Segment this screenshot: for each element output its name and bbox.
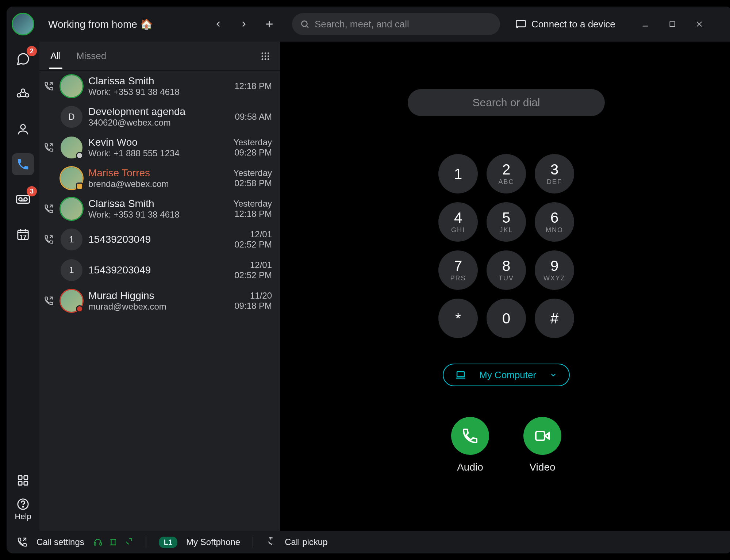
line-badge[interactable]: L1: [159, 537, 177, 548]
keypad-key-4[interactable]: 4GHI: [438, 202, 478, 242]
presence-status[interactable]: Working from home 🏠: [39, 18, 156, 30]
call-history-item[interactable]: Clarissa SmithWork: +353 91 38 461812:18…: [39, 71, 280, 101]
app-window: Working from home 🏠 Search, meet, and ca…: [7, 7, 730, 553]
keypad-key-5[interactable]: 5JKL: [487, 202, 526, 242]
svg-point-35: [268, 58, 269, 60]
connect-device-label: Connect to a device: [531, 19, 615, 30]
svg-rect-47: [100, 542, 101, 545]
keypad-key-1[interactable]: 1: [438, 154, 478, 193]
keypad-key-9[interactable]: 9WXYZ: [535, 250, 574, 290]
create-button[interactable]: [260, 15, 279, 34]
call-contact-detail: Work: +353 91 38 4618: [88, 210, 227, 220]
svg-point-33: [262, 58, 264, 60]
nav-teams[interactable]: [12, 83, 34, 105]
nav-help[interactable]: Help: [12, 498, 34, 521]
search-placeholder: Search, meet, and call: [315, 19, 409, 30]
deskphone-status-icon: [108, 537, 118, 547]
call-history-item[interactable]: Murad Higginsmurad@webex.com11/2009:18 P…: [39, 285, 280, 316]
history-nav: [209, 15, 279, 34]
call-text-block: Kevin WooWork: +1 888 555 1234: [88, 137, 227, 158]
keypad-key-0[interactable]: 0: [487, 299, 526, 338]
show-dialpad-button[interactable]: [260, 51, 270, 61]
call-direction-icon: [43, 296, 55, 306]
audio-device-select[interactable]: My Computer: [443, 364, 570, 386]
call-direction-icon: [43, 204, 55, 214]
call-list[interactable]: Clarissa SmithWork: +353 91 38 461812:18…: [39, 71, 280, 531]
contact-avatar: [61, 290, 82, 312]
nav-voicemail[interactable]: 3: [12, 188, 34, 210]
contact-avatar: [61, 75, 82, 97]
key-digit: 2: [502, 162, 510, 177]
key-digit: 0: [502, 311, 510, 326]
call-text-block: Murad Higginsmurad@webex.com: [88, 290, 228, 312]
presence-indicator: [76, 305, 83, 312]
close-button[interactable]: [691, 16, 707, 32]
dial-search-input[interactable]: Search or dial: [408, 89, 605, 116]
call-history-item[interactable]: 11543920304912/0102:52 PM: [39, 255, 280, 285]
nav-calling[interactable]: [12, 153, 34, 175]
nav-back-button[interactable]: [209, 15, 228, 34]
svg-point-9: [21, 89, 25, 93]
messaging-badge: 2: [27, 46, 37, 56]
call-timestamp: Yesterday02:58 PM: [233, 168, 272, 188]
call-timestamp: 12/0102:52 PM: [234, 260, 272, 280]
call-history-tabs: All Missed: [39, 42, 280, 71]
call-history-item[interactable]: Marise Torresbrenda@webex.comYesterday02…: [39, 163, 280, 193]
call-timestamp: 12:18 PM: [234, 81, 272, 91]
keypad-key-8[interactable]: 8TUV: [487, 250, 526, 290]
call-contact-detail: 340620@webex.com: [88, 118, 229, 128]
keypad-key-#[interactable]: #: [535, 299, 574, 338]
key-digit: 4: [454, 210, 462, 225]
call-pickup-link[interactable]: Call pickup: [285, 537, 327, 547]
audio-label: Audio: [457, 461, 483, 473]
key-letters: ABC: [498, 178, 514, 186]
svg-point-12: [21, 124, 26, 129]
nav-meetings[interactable]: 17: [12, 223, 34, 245]
connect-device-button[interactable]: Connect to a device: [515, 19, 615, 30]
svg-rect-41: [457, 372, 464, 377]
keypad-key-6[interactable]: 6MNO: [535, 202, 574, 242]
nav-forward-button[interactable]: [234, 15, 253, 34]
nav-messaging[interactable]: 2: [12, 48, 34, 70]
call-settings-link[interactable]: Call settings: [36, 537, 84, 547]
video-call-button[interactable]: Video: [523, 417, 561, 473]
cast-icon: [515, 19, 526, 30]
laptop-icon: [455, 369, 466, 380]
call-history-item[interactable]: Kevin WooWork: +1 888 555 1234Yesterday0…: [39, 132, 280, 163]
call-history-item[interactable]: 11543920304912/0102:52 PM: [39, 224, 280, 255]
minimize-button[interactable]: [637, 16, 653, 32]
separator: [253, 537, 253, 548]
device-label: My Computer: [479, 369, 536, 381]
phone-icon: [16, 157, 30, 171]
contact-avatar: [61, 137, 82, 158]
svg-rect-24: [24, 482, 28, 485]
call-contact-name: Murad Higgins: [88, 290, 228, 302]
call-direction-icon: [43, 234, 55, 245]
call-text-block: Marise Torresbrenda@webex.com: [88, 167, 227, 189]
contact-avatar: [61, 167, 82, 189]
nav-rail-bottom: Help: [12, 469, 34, 531]
softphone-label[interactable]: My Softphone: [186, 537, 240, 547]
key-digit: 7: [454, 258, 462, 273]
call-contact-detail: murad@webex.com: [88, 302, 228, 312]
call-contact-detail: Work: +353 91 38 4618: [88, 87, 228, 97]
keypad-key-*[interactable]: *: [438, 299, 478, 338]
profile-avatar[interactable]: [12, 13, 34, 35]
call-history-item[interactable]: DDevelopment agenda340620@webex.com09:58…: [39, 101, 280, 132]
tab-all[interactable]: All: [49, 43, 62, 69]
nav-apps[interactable]: [12, 469, 34, 491]
keypad-key-3[interactable]: 3DEF: [535, 154, 574, 193]
calendar-day-number: 17: [19, 234, 27, 241]
call-history-item[interactable]: Clarissa SmithWork: +353 91 38 4618Yeste…: [39, 193, 280, 224]
call-timestamp: 12/0102:52 PM: [234, 229, 272, 250]
svg-point-27: [262, 52, 264, 54]
keypad-key-7[interactable]: 7PRS: [438, 250, 478, 290]
maximize-button[interactable]: [664, 16, 680, 32]
key-digit: #: [550, 311, 558, 326]
tab-missed[interactable]: Missed: [75, 43, 108, 69]
global-search-input[interactable]: Search, meet, and call: [292, 13, 500, 35]
audio-call-button[interactable]: Audio: [451, 417, 489, 473]
key-letters: PRS: [450, 275, 466, 282]
nav-contacts[interactable]: [12, 118, 34, 140]
keypad-key-2[interactable]: 2ABC: [487, 154, 526, 193]
